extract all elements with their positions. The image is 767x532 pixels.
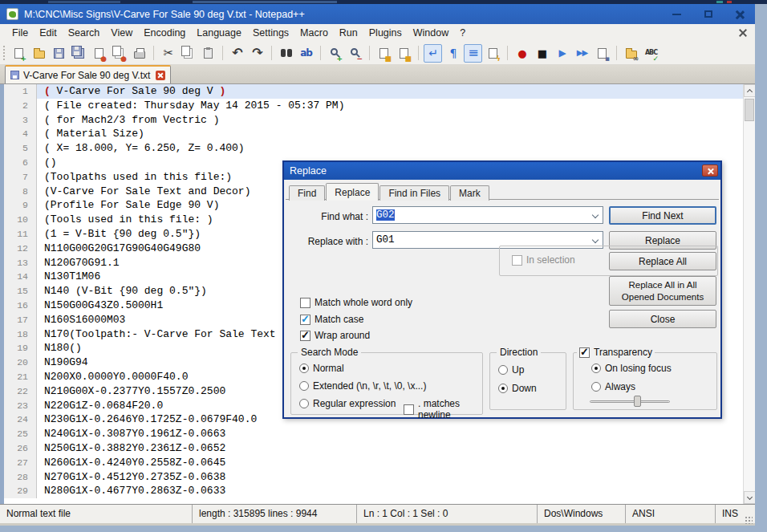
menu-edit[interactable]: Edit [34, 26, 63, 40]
line-text: N260G1X-0.4240Y0.2558Z-0.0645 [37, 456, 743, 470]
close-button[interactable] [724, 4, 755, 24]
wrap-around-checkbox[interactable]: Wrap around [300, 330, 370, 341]
replace-icon[interactable]: ab [297, 44, 315, 63]
menu-file[interactable]: File [6, 26, 34, 40]
search-mode-radio-extended-n-r-t-0-x[interactable]: Extended (\n, \r, \t, \0, \x...) [299, 380, 426, 392]
menubar-close-icon[interactable] [739, 29, 747, 37]
word-wrap-icon[interactable]: ↵ [424, 44, 442, 63]
line-number: 8 [4, 185, 37, 199]
document-tab[interactable]: V-Carve For Sale 90 deg V.txt [5, 65, 171, 83]
macro-play-icon: ▶ [558, 48, 565, 58]
dot-matches-newline-checkbox[interactable]: . matches newline [404, 398, 482, 420]
radio-label: On losing focus [605, 363, 672, 374]
sync-scroll-vertical-icon[interactable]: ■ [375, 44, 393, 63]
find-icon[interactable] [277, 44, 295, 63]
close-all-icon[interactable]: ● [110, 44, 128, 63]
copy-icon[interactable] [179, 44, 197, 63]
replace-all-open-docs-button[interactable]: Replace All in All Opened Documents [609, 276, 716, 306]
transparency-radio-always[interactable]: Always [591, 381, 635, 392]
close-icon[interactable]: ● [90, 44, 108, 63]
radio-dot [299, 363, 309, 373]
search-mode-radio-regular-expression[interactable]: Regular expression [299, 398, 396, 409]
macro-record-icon[interactable]: ● [513, 44, 531, 63]
redo-icon[interactable]: ↷ [248, 44, 266, 63]
transparency-slider[interactable] [590, 395, 670, 408]
checkbox-label: . matches newline [418, 398, 482, 420]
dialog-tab-mark[interactable]: Mark [450, 185, 489, 201]
show-all-characters-icon[interactable]: ¶ [444, 44, 462, 63]
menu-window[interactable]: Window [408, 26, 454, 40]
sync-scroll-horizontal-icon[interactable]: ■ [395, 44, 413, 63]
matched-brace: ( [44, 85, 51, 97]
match-whole-word-checkbox[interactable]: Match whole word only [300, 297, 412, 308]
scroll-up-button[interactable] [744, 84, 755, 97]
find-what-combobox[interactable]: G02 [372, 206, 603, 224]
indent-guide-icon[interactable]: ≡ [464, 44, 482, 63]
paste-icon[interactable] [199, 44, 217, 63]
code-line: 5( X= 18.000, Y= 6.250, Z= 0.400) [4, 141, 743, 156]
transparency-radio-on-losing-focus[interactable]: On losing focus [591, 363, 672, 374]
maximize-button[interactable] [692, 4, 724, 24]
open-containing-folder-icon[interactable]: ∞ [622, 44, 640, 63]
radio-label: Extended (\n, \r, \t, \0, \x...) [313, 380, 426, 392]
scrollbar-thumb[interactable] [745, 99, 754, 121]
direction-radio-down[interactable]: Down [498, 383, 537, 394]
slider-thumb[interactable] [634, 396, 641, 407]
menu-language[interactable]: Language [191, 26, 247, 40]
macro-run-multiple-icon[interactable]: ▶▶ [573, 44, 591, 63]
macro-run-multiple-icon: ▶▶ [577, 49, 587, 57]
tab-close-icon[interactable] [156, 71, 165, 80]
spell-check-icon[interactable]: ABC✓ [642, 44, 660, 63]
line-text: ( File created: Thursday May 14 2015 - 0… [37, 99, 743, 113]
code-line: 28N270G1X-0.4512Y0.2735Z-0.0638 [4, 470, 743, 485]
menu-settings[interactable]: Settings [247, 26, 294, 40]
dialog-title-bar[interactable]: Replace [284, 162, 720, 180]
menu-help[interactable]: ? [454, 26, 471, 40]
dialog-close-button[interactable] [702, 164, 718, 177]
undo-icon[interactable]: ↶ [228, 44, 246, 63]
find-next-button[interactable]: Find Next [609, 206, 716, 225]
user-defined-language-icon[interactable]: ϟ [484, 44, 502, 63]
macro-play-icon[interactable]: ▶ [553, 44, 571, 63]
cut-icon[interactable]: ✂ [159, 44, 177, 63]
menu-search[interactable]: Search [63, 26, 106, 40]
replace-all-button[interactable]: Replace All [609, 252, 716, 270]
macro-save-icon[interactable]: ▪ [593, 44, 611, 63]
find-icon [281, 49, 292, 57]
dialog-tab-find[interactable]: Find [289, 185, 325, 201]
line-text: N250G1X-0.3882Y0.2361Z-0.0652 [37, 441, 743, 456]
menu-macro[interactable]: Macro [294, 26, 334, 40]
menu-plugins[interactable]: Plugins [363, 26, 408, 40]
line-text: N270G1X-0.4512Y0.2735Z-0.0638 [37, 470, 743, 485]
resize-grip[interactable] [745, 516, 753, 524]
zoom-out-icon[interactable]: − [346, 44, 364, 63]
print-icon[interactable] [130, 44, 148, 63]
background-fragment [716, 1, 723, 3]
checkbox-label: Wrap around [315, 330, 370, 341]
scroll-down-button[interactable] [744, 491, 755, 504]
search-mode-radio-normal[interactable]: Normal [299, 363, 344, 374]
new-file-icon[interactable]: + [10, 44, 28, 63]
zoom-in-icon[interactable]: + [326, 44, 344, 63]
title-bar[interactable]: M:\CNC\Misc Signs\V-Carve For Sale 90 de… [0, 4, 755, 24]
save-all-icon[interactable] [70, 44, 88, 63]
dialog-tab-replace[interactable]: Replace [326, 183, 379, 201]
menu-view[interactable]: View [105, 26, 138, 40]
open-file-icon[interactable] [30, 44, 48, 63]
save-icon[interactable] [50, 44, 68, 63]
in-selection-checkbox[interactable]: In selection [512, 254, 575, 266]
vertical-scrollbar[interactable] [743, 84, 755, 504]
line-text: ( V-Carve For Sale 90 deg V ) [37, 84, 743, 99]
menu-run[interactable]: Run [334, 26, 363, 40]
macro-stop-icon[interactable]: ■ [533, 44, 551, 63]
transparency-checkbox[interactable]: Transparency [577, 347, 655, 358]
combo-dropdown-icon[interactable] [592, 212, 599, 218]
dialog-tab-find-in-files[interactable]: Find in Files [379, 185, 449, 201]
minimize-button[interactable] [661, 4, 692, 24]
match-case-checkbox[interactable]: Match case [300, 314, 363, 325]
menu-encoding[interactable]: Encoding [138, 26, 191, 40]
close-dialog-button[interactable]: Close [609, 310, 716, 328]
direction-group: Direction UpDown [489, 352, 566, 410]
direction-radio-up[interactable]: Up [498, 364, 524, 376]
combo-dropdown-icon[interactable] [592, 237, 599, 243]
